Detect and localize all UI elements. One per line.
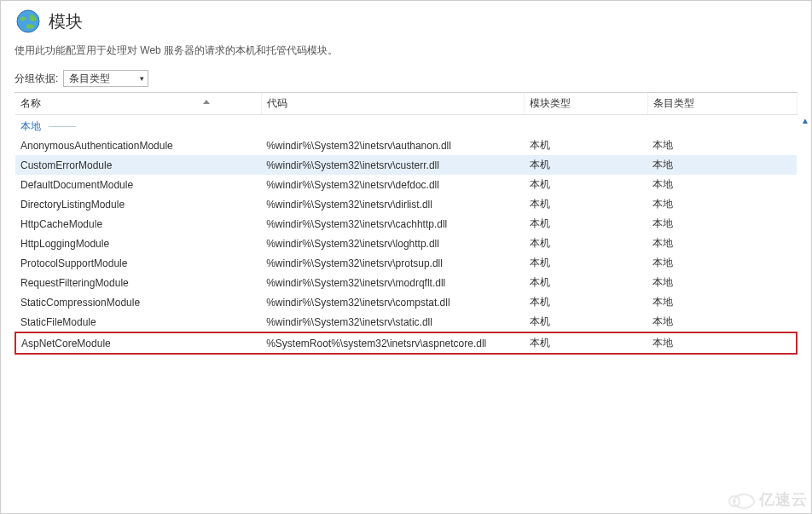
cell-mtype: 本机 bbox=[525, 253, 647, 273]
cell-name: CustomErrorModule bbox=[15, 155, 261, 175]
table-row[interactable]: RequestFilteringModule%windir%\System32\… bbox=[15, 273, 797, 292]
cell-etype: 本地 bbox=[647, 273, 797, 292]
cell-code: %windir%\System32\inetsrv\loghttp.dll bbox=[261, 234, 525, 253]
cell-code: %windir%\System32\inetsrv\protsup.dll bbox=[261, 253, 525, 273]
toolbar: 分组依据: 条目类型 ▾ bbox=[1, 66, 811, 92]
table-row[interactable]: AspNetCoreModule%SystemRoot%\system32\in… bbox=[15, 332, 797, 354]
svg-point-3 bbox=[733, 500, 736, 503]
table-row[interactable]: CustomErrorModule%windir%\System32\inets… bbox=[15, 155, 797, 175]
table-row[interactable]: StaticFileModule%windir%\System32\inetsr… bbox=[15, 312, 797, 332]
svg-point-0 bbox=[17, 10, 39, 32]
cell-code: %windir%\System32\inetsrv\compstat.dll bbox=[261, 292, 525, 312]
col-module-type[interactable]: 模块类型 bbox=[525, 93, 647, 115]
cell-name: AspNetCoreModule bbox=[15, 332, 261, 354]
table-row[interactable]: ProtocolSupportModule%windir%\System32\i… bbox=[15, 253, 797, 273]
cell-code: %windir%\System32\inetsrv\modrqflt.dll bbox=[261, 273, 525, 292]
table-row[interactable]: AnonymousAuthenticationModule%windir%\Sy… bbox=[15, 136, 797, 155]
globe-icon bbox=[14, 8, 42, 35]
cell-code: %windir%\System32\inetsrv\cachhttp.dll bbox=[261, 214, 525, 234]
module-table-wrap: 名称 代码 模块类型 条目类型 本地 AnonymousAuthenticati… bbox=[14, 92, 798, 493]
cell-name: StaticCompressionModule bbox=[15, 292, 261, 312]
group-label: 本地 bbox=[20, 120, 41, 132]
cell-name: DirectoryListingModule bbox=[15, 194, 261, 214]
cell-name: StaticFileModule bbox=[15, 312, 261, 332]
cell-mtype: 本机 bbox=[525, 312, 647, 332]
col-name[interactable]: 名称 bbox=[15, 93, 261, 115]
table-row[interactable]: DefaultDocumentModule%windir%\System32\i… bbox=[15, 175, 797, 194]
cell-etype: 本地 bbox=[647, 155, 797, 175]
page-header: 模块 bbox=[1, 1, 811, 38]
table-row[interactable]: HttpLoggingModule%windir%\System32\inets… bbox=[15, 234, 797, 253]
cell-mtype: 本机 bbox=[525, 214, 647, 234]
page-title: 模块 bbox=[49, 10, 83, 33]
cell-mtype: 本机 bbox=[525, 234, 647, 253]
table-row[interactable]: StaticCompressionModule%windir%\System32… bbox=[15, 292, 797, 312]
cell-name: HttpLoggingModule bbox=[15, 234, 261, 253]
groupby-label: 分组依据: bbox=[14, 72, 58, 86]
page-description: 使用此功能配置用于处理对 Web 服务器的请求的本机和托管代码模块。 bbox=[1, 38, 811, 66]
cell-mtype: 本机 bbox=[525, 175, 647, 194]
cell-mtype: 本机 bbox=[525, 136, 647, 155]
group-row[interactable]: 本地 bbox=[15, 115, 797, 136]
cell-code: %windir%\System32\inetsrv\static.dll bbox=[261, 312, 525, 332]
cell-code: %windir%\System32\inetsrv\dirlist.dll bbox=[261, 194, 525, 214]
table-row[interactable]: DirectoryListingModule%windir%\System32\… bbox=[15, 194, 797, 214]
module-table: 名称 代码 模块类型 条目类型 本地 AnonymousAuthenticati… bbox=[14, 93, 798, 355]
cell-code: %windir%\System32\inetsrv\custerr.dll bbox=[261, 155, 525, 175]
cell-code: %SystemRoot%\system32\inetsrv\aspnetcore… bbox=[261, 332, 525, 354]
cell-mtype: 本机 bbox=[525, 292, 647, 312]
cell-etype: 本地 bbox=[647, 292, 797, 312]
cell-code: %windir%\System32\inetsrv\authanon.dll bbox=[261, 136, 525, 155]
cell-mtype: 本机 bbox=[525, 155, 647, 175]
groupby-value: 条目类型 bbox=[69, 72, 110, 86]
cell-name: DefaultDocumentModule bbox=[15, 175, 261, 194]
cell-mtype: 本机 bbox=[525, 273, 647, 292]
col-entry-type[interactable]: 条目类型 bbox=[647, 93, 797, 115]
watermark: 亿速云 bbox=[725, 489, 808, 510]
cell-etype: 本地 bbox=[647, 312, 797, 332]
collapse-arrow-icon[interactable]: ▲ bbox=[801, 116, 809, 125]
cell-name: RequestFilteringModule bbox=[15, 273, 261, 292]
cell-mtype: 本机 bbox=[525, 194, 647, 214]
watermark-text: 亿速云 bbox=[759, 489, 808, 510]
cell-code: %windir%\System32\inetsrv\defdoc.dll bbox=[261, 175, 525, 194]
cell-etype: 本地 bbox=[647, 214, 797, 234]
table-header-row: 名称 代码 模块类型 条目类型 bbox=[15, 93, 797, 115]
cell-etype: 本地 bbox=[647, 234, 797, 253]
cell-etype: 本地 bbox=[647, 175, 797, 194]
cell-name: ProtocolSupportModule bbox=[15, 253, 261, 273]
cell-etype: 本地 bbox=[647, 136, 797, 155]
group-line bbox=[49, 126, 76, 127]
cell-etype: 本地 bbox=[647, 194, 797, 214]
cell-name: AnonymousAuthenticationModule bbox=[15, 136, 261, 155]
cell-etype: 本地 bbox=[647, 332, 797, 354]
cell-mtype: 本机 bbox=[525, 332, 647, 354]
groupby-dropdown[interactable]: 条目类型 ▾ bbox=[63, 70, 148, 87]
table-row[interactable]: HttpCacheModule%windir%\System32\inetsrv… bbox=[15, 214, 797, 234]
cell-etype: 本地 bbox=[647, 253, 797, 273]
col-code[interactable]: 代码 bbox=[261, 93, 525, 115]
chevron-down-icon: ▾ bbox=[140, 74, 144, 83]
cell-name: HttpCacheModule bbox=[15, 214, 261, 234]
